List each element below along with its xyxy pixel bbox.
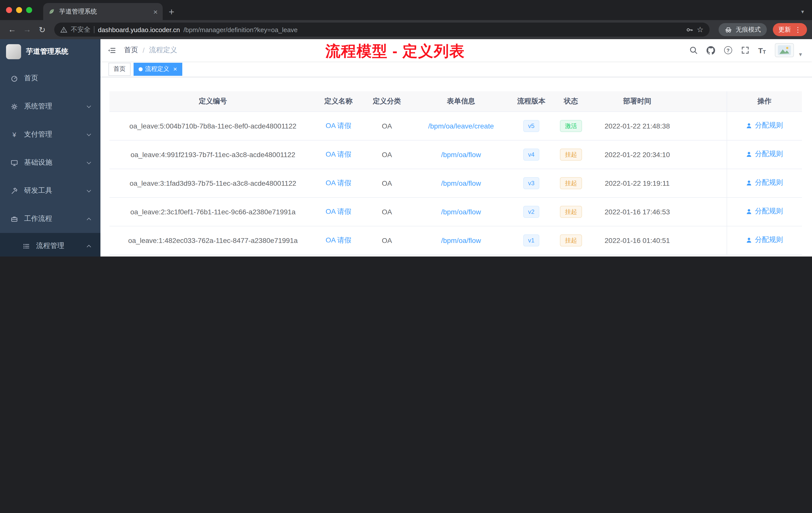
definition-id: oa_leave:5:004b710b-7b8a-11ec-8ef0-acde4… bbox=[129, 122, 296, 130]
update-label: 更新 bbox=[778, 25, 791, 34]
github-icon[interactable] bbox=[706, 46, 715, 55]
page-content: 定义编号 定义名称 定义分类 表单信息 流程版本 状态 部署时间 操作 bbox=[100, 77, 812, 256]
key-icon[interactable] bbox=[686, 26, 693, 33]
incognito-label: 无痕模式 bbox=[736, 25, 761, 34]
column-header-category: 定义分类 bbox=[360, 91, 413, 112]
close-window-button[interactable] bbox=[6, 7, 12, 13]
table-row: oa_leave:3:1fad3d93-7b75-11ec-a3c8-acde4… bbox=[110, 169, 802, 197]
incognito-badge: 无痕模式 bbox=[719, 23, 767, 36]
column-header-time: 部署时间 bbox=[588, 91, 687, 112]
tag-home[interactable]: 首页 bbox=[109, 62, 130, 76]
table-row: oa_leave:1:482ec033-762a-11ec-8477-a2380… bbox=[110, 226, 802, 254]
definition-name-link[interactable]: OA 请假 bbox=[326, 121, 351, 129]
breadcrumb: 首页 / 流程定义 bbox=[124, 46, 177, 55]
active-dot-icon bbox=[139, 67, 143, 71]
form-link[interactable]: /bpm/oa/flow bbox=[441, 236, 481, 244]
tab-search-icon[interactable]: ▾ bbox=[801, 8, 804, 15]
sidebar-item-infrastructure[interactable]: 基础设施 bbox=[0, 149, 100, 177]
sidebar-item-payment[interactable]: ¥ 支付管理 bbox=[0, 120, 100, 149]
browser-toolbar: ← → ↻ 不安全 dashboard.yudao.iocoder.cn/bpm… bbox=[0, 20, 812, 39]
chevron-down-icon bbox=[87, 104, 91, 108]
definition-category: OA bbox=[382, 236, 392, 244]
screen: 芋道管理系统 × + ▾ ← → ↻ 不安全 dashboard.yudao.i… bbox=[0, 0, 812, 256]
tab-close-icon[interactable]: × bbox=[153, 8, 158, 15]
forward-button[interactable]: → bbox=[20, 25, 34, 34]
font-size-icon[interactable]: TT bbox=[758, 46, 766, 55]
form-link[interactable]: /bpm/oa/flow bbox=[441, 179, 481, 187]
browser-tab[interactable]: 芋道管理系统 × bbox=[43, 3, 163, 20]
dashboard-icon bbox=[10, 74, 19, 82]
form-link[interactable]: /bpm/oa/flow bbox=[441, 150, 481, 158]
status-badge: 挂起 bbox=[560, 148, 582, 160]
definition-table: 定义编号 定义名称 定义分类 表单信息 流程版本 状态 部署时间 操作 bbox=[110, 91, 802, 255]
minimize-window-button[interactable] bbox=[16, 7, 22, 13]
version-tag: v5 bbox=[523, 120, 539, 132]
url-host: dashboard.yudao.iocoder.cn bbox=[98, 26, 180, 33]
person-icon bbox=[746, 122, 753, 129]
avatar[interactable] bbox=[775, 43, 794, 57]
column-header-actions: 操作 bbox=[727, 91, 802, 112]
definition-name-link[interactable]: OA 请假 bbox=[326, 150, 351, 158]
form-link[interactable]: /bpm/oa/flow bbox=[441, 208, 481, 216]
list-icon bbox=[22, 242, 31, 250]
browser-menu-icon[interactable]: ⋮ bbox=[794, 26, 802, 34]
version-tag: v3 bbox=[523, 177, 539, 189]
column-header-filler bbox=[687, 91, 727, 112]
app-title: 芋道管理系统 bbox=[26, 47, 68, 56]
search-icon[interactable] bbox=[690, 46, 697, 54]
gear-icon bbox=[10, 103, 19, 110]
sidebar-item-devtools[interactable]: 研发工具 bbox=[0, 177, 100, 205]
person-icon bbox=[746, 237, 753, 243]
definition-id: oa_leave:2:3c1f0ef1-76b1-11ec-9c66-a2380… bbox=[130, 208, 295, 216]
reload-button[interactable]: ↻ bbox=[35, 25, 49, 34]
back-button[interactable]: ← bbox=[5, 25, 19, 34]
sidebar-item-home[interactable]: 首页 bbox=[0, 64, 100, 92]
version-tag: v1 bbox=[523, 234, 539, 246]
zoom-window-button[interactable] bbox=[26, 7, 32, 13]
table-body: oa_leave:5:004b710b-7b8a-11ec-8ef0-acde4… bbox=[110, 112, 802, 254]
deploy-time: 2022-01-22 20:34:10 bbox=[605, 150, 670, 158]
tag-process-definition[interactable]: 流程定义 × bbox=[134, 62, 182, 76]
chevron-up-icon bbox=[87, 245, 91, 249]
main-panel: 首页 / 流程定义 ? TT ▼ 首页 bbox=[100, 39, 812, 256]
status-badge: 挂起 bbox=[560, 206, 582, 218]
deploy-time: 2022-01-22 21:48:38 bbox=[605, 122, 670, 130]
assign-rule-action[interactable]: 分配规则 bbox=[746, 150, 783, 159]
fullscreen-icon[interactable] bbox=[741, 46, 749, 54]
sidebar-menu: 首页 系统管理 ¥ 支付管理 基础设施 bbox=[0, 64, 100, 256]
definition-category: OA bbox=[382, 122, 392, 130]
tab-favicon-icon bbox=[48, 8, 55, 15]
address-bar[interactable]: 不安全 dashboard.yudao.iocoder.cn/bpm/manag… bbox=[54, 23, 709, 37]
bookmark-star-icon[interactable]: ☆ bbox=[697, 25, 703, 34]
assign-rule-action[interactable]: 分配规则 bbox=[746, 207, 783, 216]
definition-id: oa_leave:4:991f2193-7b7f-11ec-a3c8-acde4… bbox=[130, 150, 295, 158]
update-chrome-button[interactable]: 更新 ⋮ bbox=[773, 23, 807, 36]
chevron-up-icon bbox=[87, 218, 91, 222]
version-tag: v2 bbox=[523, 206, 539, 218]
form-link[interactable]: /bpm/oa/leave/create bbox=[428, 122, 494, 130]
assign-rule-action[interactable]: 分配规则 bbox=[746, 236, 783, 245]
column-header-status: 状态 bbox=[554, 91, 588, 112]
sidebar-item-process-management[interactable]: 流程管理 bbox=[0, 233, 100, 256]
briefcase-icon bbox=[10, 215, 19, 222]
navbar-actions: ? TT ▼ bbox=[690, 43, 803, 57]
tab-strip: 芋道管理系统 × + ▾ bbox=[0, 0, 812, 20]
definition-name-link[interactable]: OA 请假 bbox=[326, 207, 351, 215]
assign-rule-action[interactable]: 分配规则 bbox=[746, 121, 783, 130]
caret-down-icon[interactable]: ▼ bbox=[798, 52, 803, 57]
definition-name-link[interactable]: OA 请假 bbox=[326, 178, 351, 186]
breadcrumb-home[interactable]: 首页 bbox=[124, 46, 138, 55]
assign-rule-action[interactable]: 分配规则 bbox=[746, 178, 783, 187]
definition-category: OA bbox=[382, 179, 392, 187]
deploy-time: 2022-01-16 17:46:53 bbox=[605, 208, 670, 216]
window-controls bbox=[0, 0, 37, 20]
sidebar-item-workflow[interactable]: 工作流程 bbox=[0, 205, 100, 233]
tag-close-icon[interactable]: × bbox=[173, 65, 177, 73]
question-icon[interactable]: ? bbox=[724, 46, 732, 54]
new-tab-button[interactable]: + bbox=[169, 7, 174, 17]
sidebar-toggle-icon[interactable] bbox=[108, 46, 116, 55]
sidebar-item-system[interactable]: 系统管理 bbox=[0, 92, 100, 120]
definition-name-link[interactable]: OA 请假 bbox=[326, 236, 351, 244]
table-row: oa_leave:4:991f2193-7b7f-11ec-a3c8-acde4… bbox=[110, 140, 802, 169]
breadcrumb-current: 流程定义 bbox=[149, 46, 177, 55]
